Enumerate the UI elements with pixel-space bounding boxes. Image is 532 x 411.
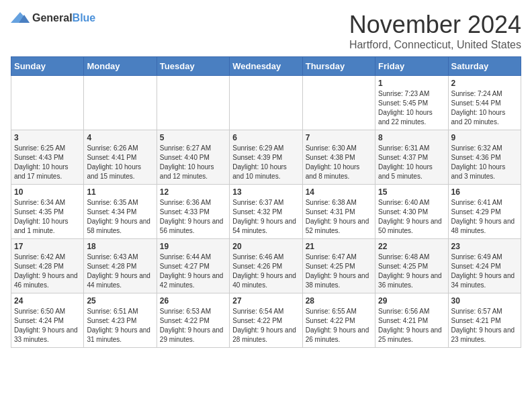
- day-info: Sunrise: 6:54 AM Sunset: 4:22 PM Dayligh…: [232, 307, 299, 345]
- day-info: Sunrise: 6:55 AM Sunset: 4:22 PM Dayligh…: [306, 307, 372, 345]
- day-number: 23: [451, 242, 518, 251]
- day-number: 8: [378, 133, 445, 142]
- calendar-cell-3-4: 21Sunrise: 6:47 AM Sunset: 4:25 PM Dayli…: [302, 239, 375, 293]
- day-number: 18: [87, 242, 153, 251]
- header-monday: Monday: [84, 57, 157, 76]
- day-info: Sunrise: 6:43 AM Sunset: 4:28 PM Dayligh…: [87, 253, 153, 290]
- calendar-cell-2-4: 14Sunrise: 6:38 AM Sunset: 4:31 PM Dayli…: [302, 185, 375, 239]
- day-number: 19: [160, 242, 226, 251]
- day-info: Sunrise: 6:42 AM Sunset: 4:28 PM Dayligh…: [14, 253, 81, 290]
- calendar-cell-4-6: 30Sunrise: 6:57 AM Sunset: 4:21 PM Dayli…: [448, 293, 521, 348]
- calendar-cell-3-2: 19Sunrise: 6:44 AM Sunset: 4:27 PM Dayli…: [157, 239, 229, 293]
- calendar-cell-0-0: [11, 76, 84, 130]
- day-number: 13: [232, 187, 299, 197]
- calendar-week-0: 1Sunrise: 7:23 AM Sunset: 5:45 PM Daylig…: [11, 76, 521, 130]
- day-info: Sunrise: 6:44 AM Sunset: 4:27 PM Dayligh…: [160, 253, 226, 290]
- day-info: Sunrise: 6:34 AM Sunset: 4:35 PM Dayligh…: [14, 198, 81, 236]
- calendar-cell-1-1: 4Sunrise: 6:26 AM Sunset: 4:41 PM Daylig…: [84, 130, 157, 185]
- calendar-cell-1-2: 5Sunrise: 6:27 AM Sunset: 4:40 PM Daylig…: [157, 130, 229, 185]
- calendar-cell-0-2: [157, 76, 229, 130]
- day-number: 11: [87, 187, 153, 197]
- calendar-cell-4-3: 27Sunrise: 6:54 AM Sunset: 4:22 PM Dayli…: [230, 293, 302, 348]
- calendar-cell-2-6: 16Sunrise: 6:41 AM Sunset: 4:29 PM Dayli…: [448, 185, 521, 239]
- day-number: 3: [14, 133, 81, 142]
- calendar-cell-2-3: 13Sunrise: 6:37 AM Sunset: 4:32 PM Dayli…: [230, 185, 302, 239]
- day-number: 6: [232, 133, 299, 142]
- calendar-week-2: 10Sunrise: 6:34 AM Sunset: 4:35 PM Dayli…: [11, 185, 521, 239]
- calendar-cell-0-3: [230, 76, 302, 130]
- logo: GeneralBlue: [11, 11, 95, 26]
- day-info: Sunrise: 6:37 AM Sunset: 4:32 PM Dayligh…: [232, 198, 299, 236]
- calendar-week-3: 17Sunrise: 6:42 AM Sunset: 4:28 PM Dayli…: [11, 239, 521, 293]
- day-number: 2: [451, 79, 518, 88]
- day-number: 27: [232, 296, 299, 306]
- calendar-cell-3-0: 17Sunrise: 6:42 AM Sunset: 4:28 PM Dayli…: [11, 239, 84, 293]
- day-number: 30: [451, 296, 518, 306]
- day-info: Sunrise: 6:26 AM Sunset: 4:41 PM Dayligh…: [87, 144, 153, 181]
- day-number: 9: [451, 133, 518, 142]
- day-info: Sunrise: 7:23 AM Sunset: 5:45 PM Dayligh…: [378, 89, 445, 127]
- header-saturday: Saturday: [448, 57, 521, 76]
- calendar-cell-2-0: 10Sunrise: 6:34 AM Sunset: 4:35 PM Dayli…: [11, 185, 84, 239]
- calendar-cell-1-0: 3Sunrise: 6:25 AM Sunset: 4:43 PM Daylig…: [11, 130, 84, 185]
- day-number: 22: [378, 242, 445, 251]
- day-info: Sunrise: 6:30 AM Sunset: 4:38 PM Dayligh…: [306, 144, 372, 181]
- calendar-cell-4-4: 28Sunrise: 6:55 AM Sunset: 4:22 PM Dayli…: [302, 293, 375, 348]
- day-number: 28: [306, 296, 372, 306]
- day-info: Sunrise: 6:47 AM Sunset: 4:25 PM Dayligh…: [306, 253, 372, 290]
- calendar-cell-4-2: 26Sunrise: 6:53 AM Sunset: 4:22 PM Dayli…: [157, 293, 229, 348]
- day-info: Sunrise: 6:53 AM Sunset: 4:22 PM Dayligh…: [160, 307, 226, 345]
- header-sunday: Sunday: [11, 57, 84, 76]
- calendar-cell-2-2: 12Sunrise: 6:36 AM Sunset: 4:33 PM Dayli…: [157, 185, 229, 239]
- calendar-cell-3-6: 23Sunrise: 6:49 AM Sunset: 4:24 PM Dayli…: [448, 239, 521, 293]
- calendar-cell-4-0: 24Sunrise: 6:50 AM Sunset: 4:24 PM Dayli…: [11, 293, 84, 348]
- day-number: 1: [378, 79, 445, 88]
- calendar-cell-3-1: 18Sunrise: 6:43 AM Sunset: 4:28 PM Dayli…: [84, 239, 157, 293]
- calendar-table: Sunday Monday Tuesday Wednesday Thursday…: [11, 56, 521, 348]
- day-number: 15: [378, 187, 445, 197]
- calendar-week-1: 3Sunrise: 6:25 AM Sunset: 4:43 PM Daylig…: [11, 130, 521, 185]
- day-info: Sunrise: 6:51 AM Sunset: 4:23 PM Dayligh…: [87, 307, 153, 345]
- header-wednesday: Wednesday: [230, 57, 302, 76]
- day-info: Sunrise: 7:24 AM Sunset: 5:44 PM Dayligh…: [451, 89, 518, 127]
- day-number: 25: [87, 296, 153, 306]
- header: GeneralBlue November 2024 Hartford, Conn…: [11, 11, 521, 51]
- day-info: Sunrise: 6:35 AM Sunset: 4:34 PM Dayligh…: [87, 198, 153, 236]
- calendar-cell-1-6: 9Sunrise: 6:32 AM Sunset: 4:36 PM Daylig…: [448, 130, 521, 185]
- day-number: 4: [87, 133, 153, 142]
- calendar-cell-3-5: 22Sunrise: 6:48 AM Sunset: 4:25 PM Dayli…: [375, 239, 448, 293]
- calendar-cell-4-1: 25Sunrise: 6:51 AM Sunset: 4:23 PM Dayli…: [84, 293, 157, 348]
- day-info: Sunrise: 6:49 AM Sunset: 4:24 PM Dayligh…: [451, 253, 518, 290]
- day-number: 26: [160, 296, 226, 306]
- day-info: Sunrise: 6:38 AM Sunset: 4:31 PM Dayligh…: [306, 198, 372, 236]
- day-info: Sunrise: 6:40 AM Sunset: 4:30 PM Dayligh…: [378, 198, 445, 236]
- day-info: Sunrise: 6:46 AM Sunset: 4:26 PM Dayligh…: [232, 253, 299, 290]
- day-number: 7: [306, 133, 372, 142]
- day-info: Sunrise: 6:27 AM Sunset: 4:40 PM Dayligh…: [160, 144, 226, 181]
- calendar-header-row: Sunday Monday Tuesday Wednesday Thursday…: [11, 57, 521, 76]
- day-number: 20: [232, 242, 299, 251]
- day-info: Sunrise: 6:31 AM Sunset: 4:37 PM Dayligh…: [378, 144, 445, 181]
- logo-blue: Blue: [73, 12, 96, 24]
- calendar-cell-0-6: 2Sunrise: 7:24 AM Sunset: 5:44 PM Daylig…: [448, 76, 521, 130]
- location-title: Hartford, Connecticut, United States: [349, 39, 521, 51]
- day-info: Sunrise: 6:56 AM Sunset: 4:21 PM Dayligh…: [378, 307, 445, 345]
- day-info: Sunrise: 6:57 AM Sunset: 4:21 PM Dayligh…: [451, 307, 518, 345]
- calendar-cell-0-1: [84, 76, 157, 130]
- calendar-cell-1-4: 7Sunrise: 6:30 AM Sunset: 4:38 PM Daylig…: [302, 130, 375, 185]
- calendar-cell-2-1: 11Sunrise: 6:35 AM Sunset: 4:34 PM Dayli…: [84, 185, 157, 239]
- calendar-cell-1-5: 8Sunrise: 6:31 AM Sunset: 4:37 PM Daylig…: [375, 130, 448, 185]
- day-info: Sunrise: 6:48 AM Sunset: 4:25 PM Dayligh…: [378, 253, 445, 290]
- calendar-cell-0-5: 1Sunrise: 7:23 AM Sunset: 5:45 PM Daylig…: [375, 76, 448, 130]
- day-number: 10: [14, 187, 81, 197]
- day-info: Sunrise: 6:41 AM Sunset: 4:29 PM Dayligh…: [451, 198, 518, 236]
- calendar-cell-3-3: 20Sunrise: 6:46 AM Sunset: 4:26 PM Dayli…: [230, 239, 302, 293]
- day-number: 29: [378, 296, 445, 306]
- header-friday: Friday: [375, 57, 448, 76]
- day-number: 12: [160, 187, 226, 197]
- day-info: Sunrise: 6:25 AM Sunset: 4:43 PM Dayligh…: [14, 144, 81, 181]
- day-number: 17: [14, 242, 81, 251]
- day-number: 5: [160, 133, 226, 142]
- header-thursday: Thursday: [302, 57, 375, 76]
- day-number: 24: [14, 296, 81, 306]
